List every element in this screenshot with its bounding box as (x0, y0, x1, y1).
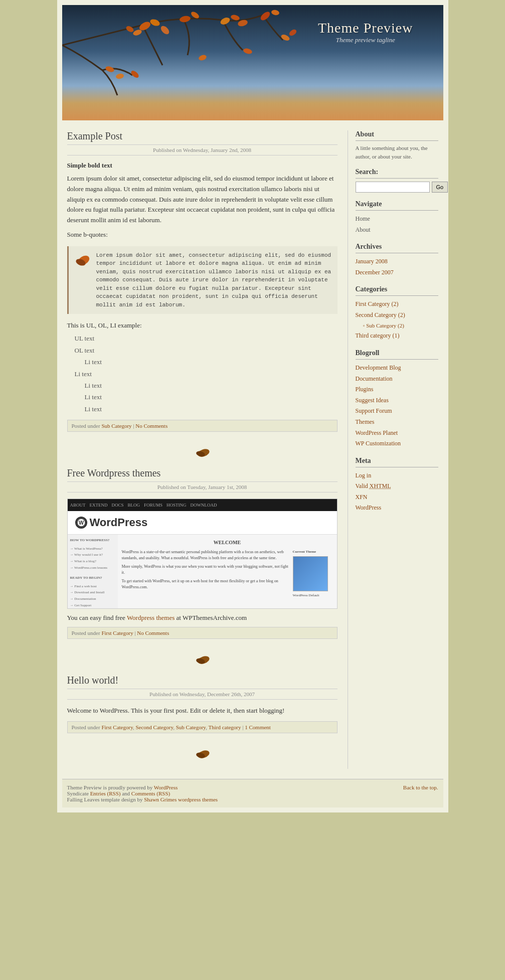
wp-main-body: WELCOME WordPress is a state-of-the-art … (118, 535, 337, 608)
post-footer-text-3: Posted under (72, 724, 100, 730)
wp-main-text: WordPress is a state-of-the-art semantic… (122, 549, 290, 598)
ol-label: OL text (75, 345, 338, 356)
sidebar-nav-home[interactable]: Home (356, 214, 438, 225)
li-item-4: Li text (75, 391, 338, 403)
wp-logo-area: W WordPress (68, 511, 337, 535)
post-footer-category-link-2[interactable]: First Category (101, 630, 133, 636)
wp-logo-text: WordPress (90, 516, 148, 529)
sidebar-meta: Meta Log in Valid XHTML XFN WordPress (356, 457, 438, 514)
footer-powered-by: Theme Preview is proudly powered by Word… (67, 784, 438, 790)
wp-theme-name: WordPress Default (293, 593, 333, 598)
post-example: Example Post Published on Wednesday, Jan… (67, 130, 338, 432)
site-header: Theme Preview Theme preview tagline (62, 5, 443, 120)
sidebar-categories: Categories First Category (2) Second Cat… (356, 285, 438, 342)
wp-themes-sidebar: Current Theme WordPress Default (293, 549, 333, 598)
site-title-area: Theme Preview Theme preview tagline (318, 20, 413, 44)
sidebar-blogroll-themes[interactable]: Themes (356, 417, 438, 428)
wp-nav-item-5: FORUMS (144, 503, 162, 508)
post-bold-example: Simple bold text (67, 161, 338, 170)
wp-theme-thumbnail (293, 556, 328, 591)
post-footer-comments-link-2[interactable]: No Comments (137, 630, 169, 636)
xhtml-abbr: XHTML (370, 482, 391, 489)
sidebar-meta-xhtml[interactable]: Valid XHTML (356, 481, 438, 492)
post-footer-cat-4[interactable]: Third category (208, 724, 241, 730)
wp-logo-svg: W (77, 517, 86, 528)
sidebar-cat-second[interactable]: Second Category (2) (356, 310, 438, 321)
search-row: Go (356, 182, 438, 193)
sidebar-search-label: Search: (356, 168, 438, 179)
post-date-hello-world: Published on Wednesday, December 26th, 2… (67, 689, 338, 700)
footer-wp-link[interactable]: WordPress (154, 784, 178, 790)
site-footer: Back to the top. Theme Preview is proudl… (62, 779, 443, 807)
wp-sidebar-item-7: → Documentation (70, 596, 115, 602)
sidebar-blogroll-devblog[interactable]: Development Blog (356, 363, 438, 374)
li-item-3: Li text (75, 380, 338, 391)
footer-design-link[interactable]: Shawn Grimes wordpress themes (144, 796, 218, 802)
wp-sidebar-item-5: → Find a web host (70, 583, 115, 590)
sidebar-blogroll-wpcustom[interactable]: WP Customization (356, 438, 438, 449)
sidebar-archive-jan2008[interactable]: January 2008 (356, 256, 438, 267)
leaf-divider-1 (67, 447, 338, 460)
ul-label: UL text (75, 333, 338, 344)
post-hello-world: Hello world! Published on Wednesday, Dec… (67, 675, 338, 733)
sidebar-blogroll-plugins[interactable]: Plugins (356, 384, 438, 395)
wp-screenshot-inner: ABOUT EXTEND DOCS BLOG FORUMS HOSTING DO… (68, 499, 337, 608)
post-date-example: Published on Wednesday, January 2nd, 200… (67, 144, 338, 155)
footer-comments-rss[interactable]: Comments (RSS) (131, 790, 170, 796)
post-footer-wp-themes: Posted under First Category | No Comment… (67, 627, 338, 639)
sidebar-blogroll: Blogroll Development Blog Documentation … (356, 349, 438, 449)
post-title-wp-themes: Free Wordpress themes (67, 467, 338, 479)
sidebar-cat-sub[interactable]: Sub Category (2) (356, 321, 438, 331)
site-tagline: Theme preview tagline (318, 36, 413, 44)
post-body-hello-world: Welcome to WordPress. This is your first… (67, 706, 338, 716)
sidebar-meta-title: Meta (356, 457, 438, 467)
wp-welcome-title: WELCOME (122, 539, 333, 547)
wp-sidebar-item-4: → WordPress.com lessons (70, 565, 115, 571)
sidebar-blogroll-support[interactable]: Support Forum (356, 406, 438, 417)
post-footer-cat-1[interactable]: First Category (101, 724, 133, 730)
post-footer-comments-link-3[interactable]: 1 Comment (245, 724, 271, 730)
sidebar-cat-third[interactable]: Third category (1) (356, 331, 438, 342)
post-footer-comments-link[interactable]: No Comments (135, 423, 167, 429)
wp-sidebar-item-1: → What is WordPress? (70, 546, 115, 552)
sidebar-navigate-title: Navigate (356, 200, 438, 211)
wp-nav-bar: ABOUT EXTEND DOCS BLOG FORUMS HOSTING DO… (68, 499, 337, 511)
sidebar-meta-wordpress[interactable]: WordPress (356, 503, 438, 514)
post-footer-cat-2[interactable]: Second Category (135, 724, 173, 730)
sidebar-cat-first[interactable]: First Category (2) (356, 299, 438, 310)
search-button[interactable]: Go (432, 182, 448, 193)
post-body-example: Lorem ipsum dolor sit amet, consectetur … (67, 174, 338, 226)
post-title-example: Example Post (67, 130, 338, 142)
found-text-before: You can easy find free (67, 614, 125, 621)
sidebar-archive-dec2007[interactable]: December 2007 (356, 267, 438, 278)
wordpress-themes-link[interactable]: Wordpress themes (127, 614, 175, 621)
wp-nav-item-2: EXTEND (90, 503, 108, 508)
footer-syndicate: Syndicate Entries (RSS) and Comments (RS… (67, 790, 438, 796)
sidebar-search: Search: Go (356, 168, 438, 193)
sidebar-nav-about[interactable]: About (356, 225, 438, 236)
leaf-divider-3 (67, 748, 338, 761)
bquotes-label: Some b-quotes: (67, 231, 338, 239)
wp-logo-circle: W (75, 517, 87, 529)
search-input[interactable] (356, 182, 430, 193)
wp-nav-item-1: ABOUT (70, 503, 86, 508)
list-heading: This is UL, OL, LI example: (67, 321, 338, 330)
post-footer-category-link[interactable]: Sub Category (101, 423, 131, 429)
post-wordpress-themes: Free Wordpress themes Published on Tuesd… (67, 467, 338, 639)
post-date-wp-themes: Published on Tuesday, January 1st, 2008 (67, 481, 338, 493)
back-to-top-link[interactable]: Back to the top. (403, 784, 438, 790)
post-footer-cat-3[interactable]: Sub Category (176, 724, 206, 730)
blockquote-text: Lorem ipsum dolor sit amet, consectetur … (96, 251, 332, 309)
sidebar-blogroll-docs[interactable]: Documentation (356, 374, 438, 385)
sidebar-meta-login[interactable]: Log in (356, 470, 438, 481)
wp-nav-item-4: BLOG (128, 503, 140, 508)
wp-sidebar-heading-2: READY TO BEGIN? (70, 575, 115, 581)
post-footer-text-2: Posted under (72, 630, 100, 636)
site-title: Theme Preview (318, 20, 413, 36)
sidebar-blogroll-wpplanet[interactable]: WordPress Planet (356, 428, 438, 439)
sidebar-blogroll-suggest[interactable]: Suggest Ideas (356, 395, 438, 406)
footer-entries-rss[interactable]: Entries (RSS) (90, 790, 121, 796)
sidebar-meta-xfn[interactable]: XFN (356, 492, 438, 503)
sidebar-about-title: About (356, 130, 438, 141)
post-footer-hello-world: Posted under First Category, Second Cate… (67, 721, 338, 733)
